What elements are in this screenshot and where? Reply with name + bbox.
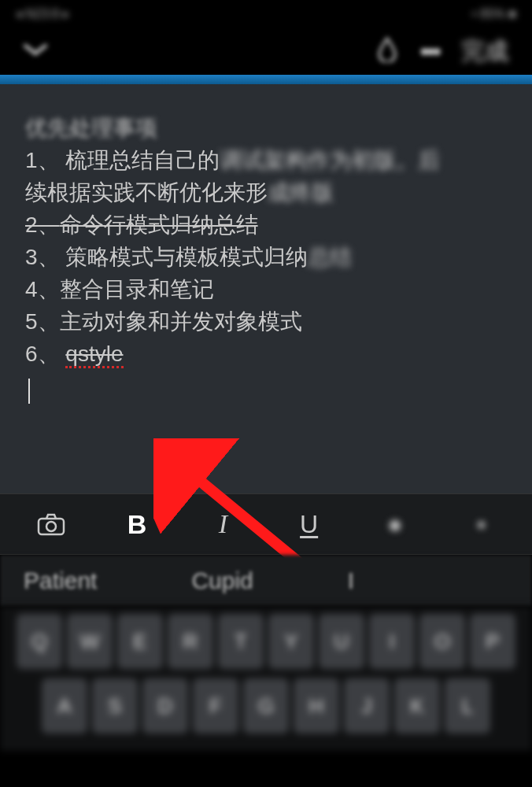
done-button[interactable]: 完成 xyxy=(461,35,508,68)
key-p[interactable]: P xyxy=(470,614,515,669)
key-q[interactable]: Q xyxy=(17,614,62,669)
list-item: 续根据实践不断优化来形成终版 xyxy=(25,176,508,209)
list-item: 4、整合目录和笔记 xyxy=(25,273,508,305)
key-f[interactable]: F xyxy=(193,678,238,733)
italic-button[interactable]: I xyxy=(199,504,246,544)
list-item: 3、 策略模式与模板模式归纳总结 xyxy=(25,241,508,273)
key-d[interactable]: D xyxy=(142,678,188,733)
key-e[interactable]: E xyxy=(117,614,163,669)
bold-button[interactable]: B xyxy=(113,504,161,544)
format-toolbar: B I U ● ▪ xyxy=(0,493,532,555)
list-item: 5、主动对象和并发对象模式 xyxy=(25,305,508,338)
share-button[interactable] xyxy=(377,37,397,65)
key-u[interactable]: U xyxy=(319,614,364,669)
text-cursor xyxy=(28,379,30,404)
key-k[interactable]: K xyxy=(394,678,440,733)
list-item: 1、 梳理总结自己的调试架构作为初版。后 xyxy=(25,144,508,176)
droplet-icon xyxy=(377,37,397,62)
key-r[interactable]: R xyxy=(168,614,213,669)
key-h[interactable]: H xyxy=(294,678,339,733)
keyboard-suggestions: Patient Cupid I xyxy=(0,555,532,606)
list-item: 2、命令行模式归纳总结 xyxy=(25,209,508,241)
suggestion-3[interactable]: I xyxy=(348,567,354,594)
key-a[interactable]: A xyxy=(42,678,87,733)
status-right: • 85% ■ xyxy=(472,7,516,21)
selection-border xyxy=(0,75,532,84)
note-title: 优先处理事项 xyxy=(25,112,508,144)
list-item: 6、 qstyle xyxy=(25,338,508,370)
app-header: ••• 完成 xyxy=(0,28,532,75)
svg-point-2 xyxy=(46,522,56,531)
key-l[interactable]: L xyxy=(445,678,490,733)
key-w[interactable]: W xyxy=(67,614,113,669)
keyboard-row: ASDFGHJKL xyxy=(6,678,526,733)
chevron-down-icon xyxy=(24,42,47,57)
keyboard: QWERTYUIOP ASDFGHJKL xyxy=(0,606,532,751)
underline-button[interactable]: U xyxy=(286,504,333,544)
key-g[interactable]: G xyxy=(243,678,289,733)
key-s[interactable]: S xyxy=(92,678,138,733)
camera-button[interactable] xyxy=(28,504,75,544)
status-bar: ◂ N23:8 ▸ • 85% ■ xyxy=(0,0,532,28)
suggestion-2[interactable]: Cupid xyxy=(191,567,253,594)
status-left: ◂ N23:8 ▸ xyxy=(16,6,69,21)
key-i[interactable]: I xyxy=(369,614,415,669)
format-button-blur2[interactable]: ▪ xyxy=(457,504,504,544)
key-j[interactable]: J xyxy=(344,678,390,733)
key-o[interactable]: O xyxy=(419,614,465,669)
collapse-button[interactable] xyxy=(24,42,47,60)
camera-icon xyxy=(37,512,65,536)
key-y[interactable]: Y xyxy=(268,614,314,669)
keyboard-row: QWERTYUIOP xyxy=(6,614,526,669)
qstyle-text: qstyle xyxy=(65,342,123,368)
note-editor[interactable]: 优先处理事项 1、 梳理总结自己的调试架构作为初版。后 续根据实践不断优化来形成… xyxy=(0,84,532,493)
key-t[interactable]: T xyxy=(218,614,264,669)
format-button-blur1[interactable]: ● xyxy=(371,504,419,544)
suggestion-1[interactable]: Patient xyxy=(24,567,97,594)
more-button[interactable]: ••• xyxy=(419,37,439,66)
